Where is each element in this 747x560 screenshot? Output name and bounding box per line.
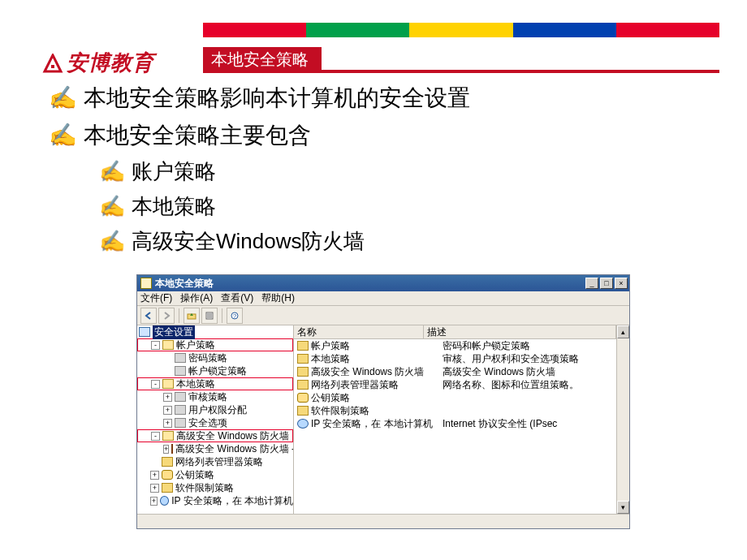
folder-icon [297,341,309,351]
bullet-text: 本地策略 [132,192,216,221]
menu-file[interactable]: 文件(F) [140,291,172,305]
list-pane[interactable]: 名称 描述 帐户策略 密码和帐户锁定策略 本地策略 审核、用户权利和安全选项策略… [294,325,616,514]
list-cell-name: 帐户策略 [311,339,438,353]
svg-rect-0 [51,65,54,68]
expand-icon[interactable]: + [163,406,172,415]
tree-node-label: 用户权限分配 [188,403,247,417]
tree-node-label: IP 安全策略，在 本地计算机 [171,494,293,508]
folder-open-icon [162,431,174,441]
tree-node-firewall[interactable]: - 高级安全 Windows 防火墙 [137,429,293,442]
list-cell-desc: 密码和帐户锁定策略 [438,339,616,353]
maximize-button[interactable]: □ [600,278,613,289]
toolbar-up-button[interactable] [184,308,200,324]
header-stripes [203,23,719,37]
toolbar-properties-button[interactable] [201,308,218,324]
svg-text:?: ? [233,312,237,320]
slide-body: ✍ 本地安全策略影响本计算机的安全设置 ✍ 本地安全策略主要包含 ✍ 账户策略 … [49,83,470,262]
list-header[interactable]: 名称 描述 [294,325,616,339]
column-name[interactable]: 名称 [294,325,424,338]
bullet-level1: ✍ 本地安全策略影响本计算机的安全设置 [49,83,470,114]
bullet-level1: ✍ 本地安全策略主要包含 [49,120,470,151]
toolbar-help-button[interactable]: ? [227,308,243,324]
bullet-level2: ✍ 本地策略 [99,192,470,221]
tree-node-account-policy[interactable]: - 帐户策略 [137,338,293,351]
list-row[interactable]: 软件限制策略 [294,404,616,417]
globe-icon [297,419,309,429]
list-row[interactable]: 高级安全 Windows 防火墙 高级安全 Windows 防火墙 [294,365,616,378]
bullet-text: 本地安全策略主要包含 [84,120,311,151]
list-cell-desc: 高级安全 Windows 防火墙 [438,365,616,379]
tree-root[interactable]: 安全设置 [137,325,293,338]
menu-view[interactable]: 查看(V) [221,291,253,305]
list-cell-name: 高级安全 Windows 防火墙 [311,365,438,379]
window-titlebar[interactable]: 本地安全策略 _ □ × [137,275,629,291]
scroll-track[interactable] [617,338,629,501]
list-row[interactable]: IP 安全策略，在 本地计算机 Internet 协议安全性 (IPsec [294,417,616,430]
bullet-icon: ✍ [99,229,125,254]
tree-node[interactable]: 网络列表管理器策略 [137,455,293,468]
column-desc[interactable]: 描述 [424,325,616,338]
expand-icon[interactable]: + [150,484,159,493]
collapse-icon[interactable]: - [151,380,160,389]
help-icon: ? [231,312,239,320]
folder-icon [162,483,173,493]
status-bar [137,514,629,528]
node-icon [175,392,186,402]
key-icon [297,393,309,403]
tree-node-label: 高级安全 Windows 防火墙 - 本地 [175,442,294,456]
bullet-icon: ✍ [49,122,77,149]
close-button[interactable]: × [615,278,628,289]
collapse-icon[interactable]: - [151,341,160,350]
list-body: 帐户策略 密码和帐户锁定策略 本地策略 审核、用户权利和安全选项策略 高级安全 … [294,339,616,514]
node-icon [175,353,186,363]
expand-icon[interactable]: + [150,471,159,480]
tree-node[interactable]: 密码策略 [137,351,293,364]
logo-text: 安博教育 [67,49,154,77]
toolbar-forward-button[interactable] [158,308,175,324]
tree-node[interactable]: + 公钥策略 [137,468,293,481]
tree-node-label: 帐户策略 [176,338,215,352]
tree-node-label: 本地策略 [176,377,215,391]
toolbar-back-button[interactable] [140,308,157,324]
tree-pane[interactable]: 安全设置 - 帐户策略 密码策略 帐户锁定策略 - 本地策略 [137,325,294,514]
header-underline [203,70,719,73]
vertical-scrollbar[interactable]: ▴ ▾ [616,325,629,514]
minimize-button[interactable]: _ [585,278,598,289]
firewall-icon [171,444,173,454]
menu-help[interactable]: 帮助(H) [261,291,295,305]
window-title: 本地安全策略 [155,277,585,291]
arrow-right-icon [162,312,171,320]
tree-node[interactable]: + 高级安全 Windows 防火墙 - 本地 [137,442,293,455]
node-icon [175,366,186,376]
list-row[interactable]: 本地策略 审核、用户权利和安全选项策略 [294,352,616,365]
collapse-icon[interactable]: - [151,432,160,441]
scroll-down-button[interactable]: ▾ [617,501,629,514]
expand-icon[interactable]: + [150,497,158,506]
tree-node-label: 密码策略 [188,351,227,365]
list-cell-name: 网络列表管理器策略 [311,378,438,392]
menu-action[interactable]: 操作(A) [180,291,213,305]
tree-node[interactable]: + 安全选项 [137,416,293,429]
scroll-up-button[interactable]: ▴ [617,325,629,338]
bullet-text: 本地安全策略影响本计算机的安全设置 [84,83,470,114]
tree-node-label: 帐户锁定策略 [188,364,247,378]
brand-logo: 安博教育 [42,49,154,77]
expand-icon[interactable]: + [163,393,172,402]
list-row[interactable]: 公钥策略 [294,391,616,404]
expand-icon[interactable]: + [163,419,172,428]
list-row[interactable]: 帐户策略 密码和帐户锁定策略 [294,339,616,352]
list-cell-name: 本地策略 [311,352,438,366]
list-cell-desc: Internet 协议安全性 (IPsec [438,417,616,431]
list-row[interactable]: 网络列表管理器策略 网络名称、图标和位置组策略。 [294,378,616,391]
tree-node-local-policy[interactable]: - 本地策略 [137,377,293,390]
folder-icon [162,457,173,467]
folder-icon [297,380,309,390]
tree-node[interactable]: + 用户权限分配 [137,403,293,416]
tree-node[interactable]: + 软件限制策略 [137,481,293,494]
list-cell-name: IP 安全策略，在 本地计算机 [311,417,438,431]
expand-icon[interactable]: + [163,445,169,454]
tree-node[interactable]: 帐户锁定策略 [137,364,293,377]
tree-node[interactable]: + IP 安全策略，在 本地计算机 [137,494,293,507]
shield-icon [139,327,150,337]
tree-node[interactable]: + 审核策略 [137,390,293,403]
